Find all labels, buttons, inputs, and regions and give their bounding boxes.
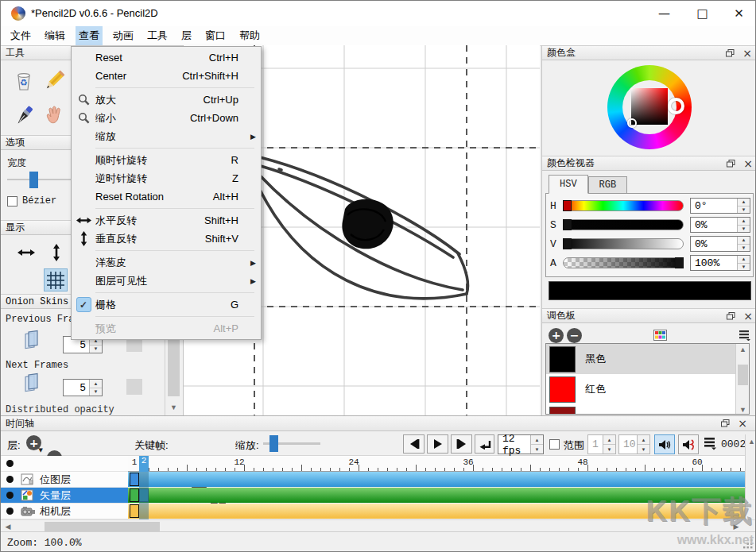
- timeline-zoom-handle[interactable]: [269, 435, 278, 452]
- color-swatch[interactable]: [549, 407, 576, 415]
- next-frames-spinner[interactable]: 5 ▲▼: [63, 379, 103, 396]
- saturation-value-square[interactable]: [631, 88, 668, 125]
- onion-scrollbar-thumb[interactable]: [168, 334, 180, 396]
- playhead-ruler-marker[interactable]: 2: [139, 456, 149, 472]
- pen-tool-button[interactable]: [10, 102, 37, 129]
- palette-row-0[interactable]: 黑色: [546, 344, 749, 374]
- menubar-item-7[interactable]: 帮助: [236, 26, 263, 45]
- width-slider-handle[interactable]: [29, 172, 38, 188]
- menu-item-layer-visibility[interactable]: 图层可见性▶: [72, 272, 261, 290]
- float-panel-icon[interactable]: [727, 160, 735, 168]
- menu-item-center[interactable]: CenterCtrl+Shift+H: [72, 67, 261, 85]
- timeline-hscrollbar[interactable]: ◀ ▶: [1, 519, 756, 532]
- mirror-vertical-button[interactable]: [45, 244, 68, 261]
- float-panel-icon[interactable]: [727, 312, 735, 320]
- next-frame-button[interactable]: [451, 434, 472, 454]
- fps-spin-arrows[interactable]: ▲▼: [530, 435, 543, 454]
- menu-item-zoom-in[interactable]: 放大Ctrl+Up: [72, 91, 261, 109]
- alpha-slider[interactable]: [563, 257, 684, 268]
- menu-item-grid[interactable]: ✓栅格G: [72, 295, 261, 314]
- close-button[interactable]: ✕: [721, 1, 756, 25]
- menu-item-flip-vertical[interactable]: 垂直反转Shift+V: [72, 230, 261, 248]
- H-spin-arrows[interactable]: ▲▼: [737, 199, 750, 213]
- timeline-menu-icon[interactable]: [704, 437, 718, 450]
- maximize-button[interactable]: □: [684, 1, 720, 25]
- color-swatch[interactable]: [549, 376, 576, 403]
- color-wheel-area[interactable]: [542, 62, 756, 154]
- loop-button[interactable]: [475, 434, 494, 454]
- timeline-vscrollbar[interactable]: ▲: [745, 434, 756, 519]
- track-band-1[interactable]: [128, 488, 745, 503]
- V-spin-arrows[interactable]: ▲▼: [737, 237, 750, 251]
- menu-item-preview[interactable]: 预览Alt+P: [72, 319, 261, 338]
- timeline-scroll-up-icon[interactable]: ▲: [746, 436, 756, 447]
- palette-scroll-up-icon[interactable]: ▲: [736, 344, 750, 355]
- next-frames-spin-arrows[interactable]: ▲▼: [89, 380, 102, 396]
- menubar-item-4[interactable]: 工具: [144, 26, 171, 45]
- resize-grip-icon[interactable]: [742, 538, 753, 549]
- width-slider[interactable]: [7, 179, 79, 181]
- menu-item-zoom[interactable]: 缩放▶: [72, 127, 261, 145]
- close-panel-icon[interactable]: ×: [742, 48, 752, 59]
- menubar-item-0[interactable]: 文件: [7, 26, 34, 45]
- color-swatch[interactable]: [549, 346, 576, 373]
- menubar-item-3[interactable]: 动画: [110, 26, 137, 45]
- keyframe-frame1[interactable]: [130, 473, 139, 486]
- track-band-2[interactable]: [128, 504, 745, 519]
- hue-ring-selector[interactable]: [668, 98, 684, 114]
- bezier-checkbox[interactable]: [7, 196, 17, 207]
- H-spinner[interactable]: 0°▲▼: [690, 198, 750, 214]
- sat-slider-handle[interactable]: [563, 219, 572, 230]
- track-bands[interactable]: [1, 472, 745, 519]
- remove-color-button[interactable]: −: [567, 328, 582, 343]
- timeline-zoom-slider[interactable]: [263, 442, 320, 445]
- tab-rgb[interactable]: RGB: [588, 176, 628, 194]
- sv-selector[interactable]: [627, 118, 637, 128]
- menubar-item-1[interactable]: 编辑: [41, 26, 68, 45]
- clear-tool-button[interactable]: ♻: [10, 68, 37, 95]
- A-spinner[interactable]: 100%▲▼: [690, 255, 750, 271]
- range-end-spinner[interactable]: 10 ▲▼: [618, 434, 650, 454]
- menu-item-rotate-ccw[interactable]: 逆时针旋转Z: [72, 169, 261, 187]
- menubar-item-5[interactable]: 层: [178, 26, 195, 45]
- range-checkbox[interactable]: [549, 439, 560, 450]
- hand-tool-button[interactable]: [41, 102, 68, 129]
- minimize-button[interactable]: —: [646, 1, 682, 25]
- range-start-arrows[interactable]: ▲▼: [603, 435, 615, 454]
- close-panel-icon[interactable]: ×: [743, 311, 753, 322]
- val-slider[interactable]: [563, 238, 684, 249]
- val-slider-handle[interactable]: [563, 238, 572, 249]
- alpha-slider-handle[interactable]: [675, 257, 684, 268]
- fps-spinner[interactable]: 12 fps ▲▼: [498, 434, 544, 454]
- close-panel-icon[interactable]: ×: [738, 418, 747, 429]
- play-button[interactable]: [427, 434, 448, 454]
- menu-item-flip-horizontal[interactable]: 水平反转Shift+H: [72, 211, 261, 230]
- float-panel-icon[interactable]: [726, 49, 735, 57]
- V-spinner[interactable]: 0%▲▼: [690, 236, 750, 252]
- add-layer-button[interactable]: + ▼: [26, 435, 41, 450]
- palette-menu-icon[interactable]: [739, 330, 751, 341]
- menubar-item-6[interactable]: 窗口: [202, 26, 229, 45]
- palette-scroll-down-icon[interactable]: ▼: [736, 404, 750, 415]
- menu-item-reset-rotation[interactable]: Reset RotationAlt+H: [72, 187, 261, 206]
- palette-scrollbar[interactable]: ▲ ▼: [735, 344, 749, 415]
- palette-format-icon[interactable]: [653, 330, 667, 341]
- menu-item-zoom-out[interactable]: 缩小Ctrl+Down: [72, 109, 261, 127]
- bezier-option[interactable]: Bézier: [7, 195, 56, 207]
- range-end-arrows[interactable]: ▲▼: [637, 435, 649, 454]
- hue-slider[interactable]: [563, 200, 684, 211]
- menubar-item-2[interactable]: 查看: [76, 26, 103, 45]
- float-panel-icon[interactable]: [721, 419, 730, 427]
- palette-scrollbar-thumb[interactable]: [738, 365, 748, 385]
- scroll-left-icon[interactable]: ◀: [2, 522, 14, 531]
- track-band-0[interactable]: [128, 472, 745, 487]
- mirror-horizontal-button[interactable]: [15, 244, 37, 261]
- hue-slider-handle[interactable]: [563, 200, 572, 211]
- add-color-button[interactable]: +: [549, 328, 564, 343]
- scroll-right-icon[interactable]: ▶: [731, 522, 742, 531]
- A-spin-arrows[interactable]: ▲▼: [737, 256, 750, 270]
- menu-item-rotate-cw[interactable]: 顺时针旋转R: [72, 151, 261, 169]
- playhead-column[interactable]: [139, 472, 149, 519]
- sound-toggle-button[interactable]: [654, 434, 675, 454]
- S-spin-arrows[interactable]: ▲▼: [737, 218, 750, 232]
